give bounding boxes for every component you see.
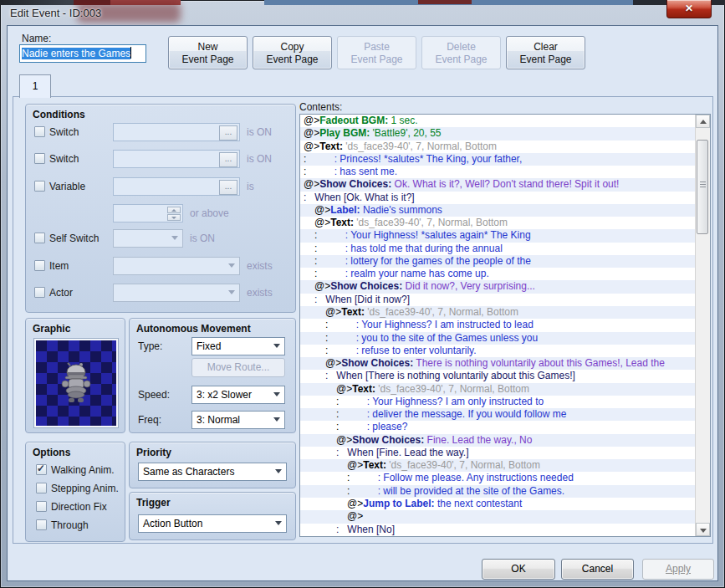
- item-checkbox[interactable]: [34, 260, 45, 271]
- movement-type-dropdown[interactable]: Fixed: [191, 337, 285, 355]
- event-command-row[interactable]: : : Your Highness? I am instructed to le…: [300, 319, 696, 331]
- cancel-button[interactable]: Cancel: [561, 559, 634, 580]
- switch2-checkbox[interactable]: [34, 153, 45, 164]
- event-command-row[interactable]: : : has sent me.: [300, 166, 696, 178]
- event-command-row[interactable]: @>Text: 'ds_face39-40', 7, Normal, Botto…: [300, 306, 696, 319]
- move-route-button[interactable]: Move Route...: [191, 358, 285, 377]
- priority-dropdown[interactable]: Same as Characters: [138, 463, 287, 481]
- event-command-row[interactable]: : : deliver the message. If you would fo…: [300, 408, 696, 421]
- variable-compare-suffix: or above: [190, 207, 229, 219]
- event-command-row[interactable]: @>Show Choices: Ok. What is it?, Well? D…: [300, 178, 696, 191]
- autonomous-movement-group: Autonomous Movement Type: Fixed Move Rou…: [129, 318, 296, 433]
- stepping-anim-label: Stepping Anim.: [51, 483, 119, 494]
- through-checkbox[interactable]: [36, 519, 47, 530]
- event-command-row[interactable]: @>Label: Nadie's summons: [300, 204, 696, 217]
- event-command-rows: @>Fadeout BGM: 1 sec.@>Play BGM: 'Battle…: [300, 115, 696, 536]
- variable-suffix: is: [247, 181, 254, 192]
- variable-checkbox[interactable]: [34, 181, 45, 192]
- contents-list[interactable]: @>Fadeout BGM: 1 sec.@>Play BGM: 'Battle…: [299, 114, 711, 537]
- apply-button[interactable]: Apply: [642, 559, 714, 580]
- event-command-row[interactable]: : When [Fine. Lead the way.]: [300, 447, 696, 459]
- edit-event-dialog: Edit Event - ID:003 ✕ Name: Nadie enters…: [0, 0, 725, 588]
- event-command-row[interactable]: : When [Ok. What is it?]: [300, 192, 696, 204]
- movement-freq-dropdown[interactable]: 3: Normal: [191, 411, 285, 429]
- self-switch-dropdown[interactable]: [113, 229, 183, 248]
- event-command-row[interactable]: : When [No]: [300, 524, 696, 536]
- vertical-scrollbar[interactable]: [695, 115, 710, 536]
- switch2-browse-button[interactable]: ...: [219, 152, 237, 167]
- event-page-panel: Conditions Switch ... is ON Switch ... i…: [13, 96, 713, 544]
- actor-checkbox[interactable]: [34, 287, 45, 298]
- event-command-row[interactable]: @>Text: 'ds_face39-40', 7, Normal, Botto…: [300, 459, 696, 472]
- movement-speed-dropdown[interactable]: 3: x2 Slower: [191, 386, 285, 404]
- actor-dropdown[interactable]: [113, 284, 240, 302]
- switch1-checkbox[interactable]: [34, 126, 45, 137]
- priority-group: Priority Same as Characters: [129, 442, 296, 488]
- event-command-row[interactable]: @>Jump to Label: the next contestant: [300, 498, 696, 510]
- event-command-row[interactable]: : : Your Highness? I am only instructed …: [300, 396, 696, 408]
- paste-event-page-button[interactable]: Paste Event Page: [337, 36, 416, 69]
- event-name-input[interactable]: Nadie enters the Games: [19, 44, 146, 63]
- event-command-row[interactable]: : : realm your name has come up.: [300, 268, 696, 280]
- event-command-row[interactable]: : : has told me that during the annual: [300, 243, 696, 255]
- ok-button[interactable]: OK: [482, 559, 555, 580]
- stepping-anim-checkbox[interactable]: [36, 483, 47, 493]
- close-button[interactable]: ✕: [666, 0, 712, 18]
- switch2-suffix: is ON: [247, 153, 272, 165]
- event-command-row[interactable]: @>Text: 'ds_face39-40', 7, Normal, Botto…: [300, 141, 696, 153]
- event-command-row[interactable]: @>Text: 'ds_face39-40', 7, Normal, Botto…: [300, 383, 696, 396]
- event-command-row[interactable]: @>Show Choices: Fine. Lead the way., No: [300, 434, 696, 447]
- scrollbar-thumb[interactable]: [697, 140, 708, 234]
- event-graphic-box[interactable]: [34, 339, 118, 427]
- variable-field[interactable]: ...: [113, 177, 240, 196]
- graphic-title: Graphic: [33, 323, 70, 335]
- scroll-down-icon[interactable]: [696, 523, 710, 536]
- event-command-row[interactable]: : : will be provided at the site of the …: [300, 485, 696, 498]
- close-icon: ✕: [685, 3, 693, 14]
- trigger-dropdown[interactable]: Action Button: [138, 514, 287, 533]
- event-command-row[interactable]: : : Princess! *salutes* The King, your f…: [300, 153, 696, 166]
- event-command-row[interactable]: : : you to the site of the Games unless …: [300, 332, 696, 345]
- title-bar[interactable]: Edit Event - ID:003 ✕: [0, 0, 725, 25]
- stepper-down-icon[interactable]: [167, 214, 181, 221]
- switch1-field[interactable]: ...: [113, 123, 240, 141]
- item-dropdown[interactable]: [113, 257, 240, 275]
- priority-title: Priority: [136, 447, 171, 458]
- direction-fix-label: Direction Fix: [51, 501, 107, 513]
- event-command-row[interactable]: @>Play BGM: 'Battle9', 20, 55: [300, 127, 696, 140]
- event-command-row[interactable]: : : Your Highness! *salutes again* The K…: [300, 229, 696, 242]
- walking-anim-checkbox[interactable]: [36, 464, 47, 475]
- event-command-row[interactable]: @>Show Choices: There is nothing volunta…: [300, 357, 696, 370]
- event-command-row[interactable]: : When [There is nothing voluntarily abo…: [300, 370, 696, 382]
- switch2-field[interactable]: ...: [113, 150, 240, 168]
- delete-event-page-button[interactable]: Delete Event Page: [421, 36, 501, 69]
- variable-browse-button[interactable]: ...: [219, 180, 237, 195]
- scroll-up-icon[interactable]: [696, 115, 710, 128]
- event-command-row[interactable]: @>Text: 'ds_face39-40', 7, Normal, Botto…: [300, 217, 696, 229]
- switch1-suffix: is ON: [247, 126, 272, 138]
- armored-knight-sprite: [59, 362, 94, 404]
- event-command-row[interactable]: @>Show Choices: Did it now?, Very surpri…: [300, 280, 696, 293]
- speed-label: Speed:: [138, 389, 170, 401]
- stepper-up-icon[interactable]: [167, 207, 181, 213]
- text-caret: [130, 47, 131, 59]
- through-label: Through: [51, 519, 89, 531]
- variable-value-stepper[interactable]: [113, 204, 183, 222]
- event-command-row[interactable]: @>Fadeout BGM: 1 sec.: [300, 115, 696, 127]
- new-event-page-button[interactable]: New Event Page: [168, 36, 248, 69]
- tab-page-1[interactable]: 1: [19, 74, 51, 98]
- copy-event-page-button[interactable]: Copy Event Page: [253, 36, 332, 69]
- switch1-browse-button[interactable]: ...: [219, 125, 237, 141]
- event-command-row[interactable]: : : refuse to enter voluntarily.: [300, 345, 696, 357]
- event-command-row[interactable]: @>: [300, 510, 696, 523]
- event-command-row[interactable]: : : lottery for the games of the people …: [300, 255, 696, 268]
- event-command-row[interactable]: : : please?: [300, 421, 696, 433]
- event-command-row[interactable]: : : Follow me please. Any instructions n…: [300, 472, 696, 484]
- clear-event-page-button[interactable]: Clear Event Page: [506, 36, 585, 69]
- item-label: Item: [49, 260, 69, 272]
- conditions-group: Conditions Switch ... is ON Switch ... i…: [25, 104, 296, 313]
- direction-fix-checkbox[interactable]: [36, 501, 47, 512]
- event-command-row[interactable]: : When [Did it now?]: [300, 294, 696, 306]
- self-switch-checkbox[interactable]: [34, 233, 45, 243]
- switch1-label: Switch: [49, 126, 79, 138]
